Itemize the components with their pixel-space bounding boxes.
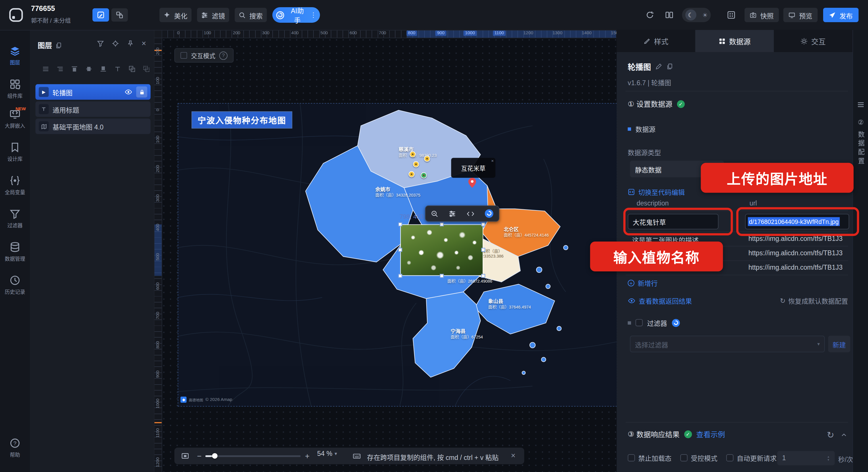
carousel-image[interactable] <box>400 225 484 276</box>
layout-panels-icon[interactable] <box>663 9 675 21</box>
url-cell[interactable]: https://img.alicdn.com/tfs/TB1J3 <box>748 249 852 257</box>
pin-icon[interactable] <box>127 40 134 47</box>
filter-checkbox[interactable] <box>636 319 643 326</box>
interval-input[interactable]: 1 ▲▼ <box>777 451 835 465</box>
sidebar-item-filters[interactable]: 过滤器 <box>0 208 30 229</box>
resize-handle[interactable] <box>398 274 402 278</box>
eye-icon[interactable] <box>125 88 132 96</box>
controlled-mode-checkbox[interactable] <box>680 454 687 461</box>
data-config-tab[interactable]: ② 数据配置 <box>853 119 868 166</box>
tooltip-close-icon[interactable]: × <box>491 158 494 163</box>
plant-marker[interactable] <box>408 171 414 177</box>
zoom-to-icon[interactable] <box>431 209 439 217</box>
refresh-response-icon[interactable]: ↻ <box>827 430 834 441</box>
plant-marker[interactable] <box>424 156 430 162</box>
ungroup-icon[interactable] <box>143 65 150 72</box>
interaction-mode-checkbox[interactable] <box>180 52 187 59</box>
toast-close-icon[interactable]: × <box>511 451 516 460</box>
theme-toggle[interactable]: ☾ ☀ <box>682 8 711 22</box>
zoom-slider-handle[interactable] <box>212 453 217 459</box>
ai-more-icon[interactable]: ⋮ <box>310 11 317 19</box>
close-panel-icon[interactable]: × <box>142 40 146 47</box>
zoom-in-button[interactable]: + <box>305 451 310 461</box>
tab-style[interactable]: 样式 <box>617 30 695 52</box>
url-cell[interactable]: https://img.alicdn.com/tfs/TB1J3 <box>748 264 852 271</box>
resize-handle[interactable] <box>398 223 402 226</box>
align-bottom-icon[interactable] <box>99 65 107 72</box>
layer-item-basemap[interactable]: 基础平面地图 4.0 <box>35 119 150 134</box>
sidebar-item-data-management[interactable]: 数据管理 <box>0 241 30 263</box>
zoom-level-select[interactable]: 54 %▾ <box>317 450 337 458</box>
resize-handle[interactable] <box>482 274 485 278</box>
filter-select[interactable]: 选择过滤器 ▾ <box>630 335 825 352</box>
restore-default-link[interactable]: ↻ 恢复成默认数据配置 <box>780 296 848 305</box>
guides-icon[interactable] <box>725 9 737 21</box>
snapshot-button[interactable]: 快照 <box>745 8 779 22</box>
plant-marker[interactable] <box>421 172 427 178</box>
sun-icon[interactable]: ☀ <box>702 11 708 19</box>
app-logo-icon[interactable] <box>8 7 25 23</box>
sidebar-item-design-library[interactable]: 设计库 <box>0 142 30 163</box>
ai-filter-icon[interactable] <box>672 318 680 327</box>
zoom-slider-track[interactable] <box>205 455 301 457</box>
stepper-icons[interactable]: ▲▼ <box>827 455 830 461</box>
align-middle-icon[interactable] <box>85 65 92 72</box>
align-top-icon[interactable] <box>71 65 78 72</box>
tree-view-icon[interactable] <box>56 65 64 72</box>
resize-handle[interactable] <box>482 223 485 226</box>
help-tip-icon[interactable]: ? <box>219 51 227 60</box>
sidebar-item-help[interactable]: ? 帮助 <box>0 438 30 459</box>
lock-button[interactable] <box>136 86 147 97</box>
edit-mode-button[interactable] <box>92 8 109 22</box>
plant-marker[interactable] <box>409 151 415 157</box>
code-icon[interactable] <box>466 209 474 217</box>
auto-update-checkbox[interactable] <box>726 454 734 461</box>
ai-assistant-button[interactable]: AI助手 ⋮ <box>272 7 320 23</box>
layer-item-carousel[interactable]: ▶ 轮播图 <box>35 84 150 100</box>
config-sliders-icon[interactable] <box>449 209 457 217</box>
publish-button[interactable]: 发布 <box>823 8 859 22</box>
sidebar-item-global-variables[interactable]: 全局变量 <box>0 175 30 196</box>
interaction-mode-toggle[interactable]: 交互模式 ? <box>174 48 234 62</box>
fit-screen-icon[interactable] <box>181 452 189 460</box>
add-row-link[interactable]: + 新增行 <box>628 278 658 288</box>
view-example-link[interactable]: 查看示例 <box>696 429 725 440</box>
no-loading-checkbox[interactable] <box>628 454 635 461</box>
resize-handle[interactable] <box>482 248 485 252</box>
resize-handle[interactable] <box>398 248 402 252</box>
moon-icon[interactable]: ☾ <box>685 9 696 21</box>
menu-lines-icon[interactable] <box>857 101 865 109</box>
shortcut-keyboard-icon[interactable] <box>352 452 361 461</box>
filter-layers-icon[interactable] <box>97 40 104 47</box>
rename-pencil-icon[interactable] <box>655 63 662 70</box>
layer-item-title[interactable]: 通用标题 <box>35 101 150 117</box>
sidebar-item-embed[interactable]: NEW 大屏嵌入 <box>0 109 30 129</box>
map-pin-icon[interactable] <box>468 178 476 188</box>
switch-code-edit-link[interactable]: 切换至代码编辑 <box>628 187 685 197</box>
locate-layer-icon[interactable] <box>112 40 119 47</box>
group-icon[interactable] <box>129 65 136 72</box>
preview-button[interactable]: 预览 <box>783 8 817 22</box>
map-component[interactable]: 慈溪市 面积（亩）98390.23 余姚市 面积（亩）34328.20375 北… <box>178 104 617 406</box>
zoom-out-button[interactable]: − <box>197 451 202 461</box>
collapse-icon[interactable] <box>841 432 847 438</box>
url-cell[interactable]: https://img.alicdn.com/tfs/TB1J3 <box>748 235 852 243</box>
new-filter-button[interactable]: 新建 <box>828 335 850 352</box>
sidebar-item-history[interactable]: 历史记录 <box>0 275 30 296</box>
doc-icon[interactable] <box>56 42 62 48</box>
map-title[interactable]: 宁波入侵物种分布地图 <box>192 112 291 128</box>
filter-effects-button[interactable]: 滤镜 <box>197 8 229 22</box>
copy-doc-icon[interactable] <box>666 63 673 70</box>
text-layer-icon[interactable] <box>114 65 121 72</box>
sync-icon[interactable] <box>644 9 656 21</box>
tab-datasource[interactable]: 数据源 <box>695 30 774 52</box>
beautify-button[interactable]: 美化 <box>159 8 191 22</box>
search-button[interactable]: 搜索 <box>235 8 267 22</box>
tab-interaction[interactable]: 交互 <box>774 30 852 52</box>
resize-handle[interactable] <box>440 223 443 226</box>
resize-handle[interactable] <box>440 274 443 278</box>
list-view-icon[interactable] <box>42 65 49 72</box>
node-mode-button[interactable] <box>111 8 128 22</box>
plant-marker[interactable] <box>413 161 419 167</box>
view-data-result-link[interactable]: 查看数据返回结果 <box>628 296 692 305</box>
